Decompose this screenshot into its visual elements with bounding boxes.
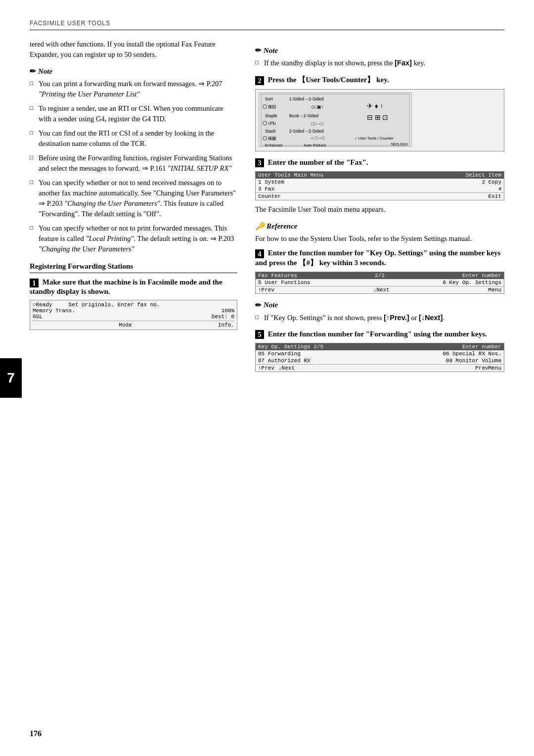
page-header: FACSIMILE USER TOOLS bbox=[30, 20, 504, 30]
step-1-number: 1 bbox=[30, 279, 39, 287]
op-row2-col2: 08 Monitor Volume bbox=[446, 358, 501, 364]
note-section-left: Note You can print a forwarding mark on … bbox=[30, 67, 237, 254]
standby-btn-mode[interactable]: Mode bbox=[119, 322, 132, 328]
menu-screen: User Tools Main Menu Select Item 1 Syste… bbox=[255, 171, 504, 200]
standby-gsl: GSL bbox=[33, 314, 43, 320]
fax-screen: Fax Features 2/2 Enter number 5 User Fun… bbox=[255, 272, 504, 294]
header-text: FACSIMILE USER TOOLS bbox=[30, 20, 110, 27]
standby-percent: 100% bbox=[222, 308, 234, 314]
menu-row2-col1: 3 Fax bbox=[258, 186, 274, 192]
standby-ready: ○Ready Set originals. Enter fax no. bbox=[33, 302, 160, 308]
op-header-right: Enter number bbox=[462, 344, 501, 350]
svg-text:Staple: Staple bbox=[265, 113, 277, 118]
step-2-number: 2 bbox=[255, 76, 264, 85]
fax-footer-mid[interactable]: ↓Next bbox=[373, 287, 390, 293]
svg-text:○ User Tools / Counter: ○ User Tools / Counter bbox=[355, 136, 394, 141]
fax-row1-col2: 6 Key Op. Settings bbox=[443, 280, 501, 285]
fax-header-right: Enter number bbox=[462, 273, 501, 279]
op-row1-col1: 05 Forwarding bbox=[258, 351, 301, 357]
copy-machine-panel: Sort 1-Sided→2-Sided ⊞⊟ ◇□▣↑ ✈ ♦ ↑ Stapl… bbox=[255, 89, 504, 151]
svg-text:Stack: Stack bbox=[265, 129, 276, 134]
op-header-left: Key Op. Settings 2/5 bbox=[258, 344, 323, 350]
menu-desc: The Facsimile User Tool main menu appear… bbox=[255, 204, 504, 215]
intro-text: tered with other functions. If you insta… bbox=[30, 39, 237, 60]
fax-header-mid: 2/2 bbox=[375, 273, 385, 279]
page-content: tered with other functions. If you insta… bbox=[30, 39, 504, 379]
op-row-1: 05 Forwarding 06 Special RX Nos. bbox=[256, 350, 504, 357]
svg-text:Enhanced: Enhanced bbox=[265, 143, 282, 147]
op-footer-prev[interactable]: ↑Prev bbox=[258, 365, 274, 371]
svg-text:✈ ♦ ↑: ✈ ♦ ↑ bbox=[367, 102, 384, 110]
op-settings-screen: Key Op. Settings 2/5 Enter number 05 For… bbox=[255, 343, 504, 372]
list-item: You can specify whether or not to send r… bbox=[30, 178, 237, 219]
fax-footer-right[interactable]: Menu bbox=[489, 287, 501, 293]
step-1-label: Make sure that the machine is in Facsimi… bbox=[30, 278, 222, 295]
step-3: 3 Enter the number of the "Fax". User To… bbox=[255, 158, 504, 215]
list-item: If the standby display is not shown, pre… bbox=[255, 58, 504, 68]
fax-row-1: 5 User Functions 6 Key Op. Settings bbox=[256, 279, 504, 286]
svg-text:⊟ ⊞ ⊡: ⊟ ⊞ ⊡ bbox=[367, 114, 389, 121]
step-1: 1 Make sure that the machine is in Facsi… bbox=[30, 278, 237, 330]
op-row1-col2: 06 Special RX Nos. bbox=[443, 351, 501, 357]
op-row-2: 07 Authorized RX 08 Monitor Volume bbox=[256, 357, 504, 364]
standby-btn-info[interactable]: Info. bbox=[218, 322, 234, 328]
svg-text:□□→□: □□→□ bbox=[311, 121, 323, 126]
fax-header-left: Fax Features bbox=[258, 273, 297, 279]
svg-text:Sort: Sort bbox=[265, 96, 273, 101]
svg-text:⊞⊟: ⊞⊟ bbox=[268, 104, 276, 109]
fax-footer-prev[interactable]: ↑Prev bbox=[258, 287, 274, 293]
fax-screen-header: Fax Features 2/2 Enter number bbox=[256, 272, 504, 279]
step-4: 4 Enter the function number for "Key Op.… bbox=[255, 249, 504, 294]
step-4-label: Enter the function number for "Key Op. S… bbox=[255, 249, 500, 267]
standby-row-1: ○Ready Set originals. Enter fax no. bbox=[33, 302, 234, 308]
list-item: You can print a forwarding mark on forwa… bbox=[30, 79, 237, 99]
note-title-left: Note bbox=[30, 67, 237, 76]
reference-section: 🔑 Reference For how to use the System Us… bbox=[255, 222, 504, 244]
step-2-heading: 2 Press the 【User Tools/Counter】 key. bbox=[255, 75, 504, 85]
reference-text: For how to use the System User Tools, re… bbox=[255, 234, 504, 244]
svg-text:2-Sided→2-Sided: 2-Sided→2-Sided bbox=[289, 129, 324, 134]
standby-row-3: GSL Dest: 0 bbox=[33, 314, 234, 320]
step-3-number: 3 bbox=[255, 158, 264, 167]
tab-number: 7 bbox=[0, 358, 22, 398]
section-heading: Registering Forwarding Stations bbox=[30, 262, 237, 273]
list-item: You can find out the RTI or CSI of a sen… bbox=[30, 128, 237, 149]
page-number: 176 bbox=[30, 729, 42, 738]
pencil-icon-right-2 bbox=[255, 301, 262, 310]
menu-row-2: 3 Fax 4 bbox=[256, 186, 504, 192]
list-item: To register a sender, use an RTI or CSI.… bbox=[30, 103, 237, 124]
op-settings-header: Key Op. Settings 2/5 Enter number bbox=[256, 343, 504, 350]
key-icon: 🔑 bbox=[255, 222, 265, 231]
standby-screen: ○Ready Set originals. Enter fax no. Memo… bbox=[30, 300, 237, 330]
note-section-right-top: Note If the standby display is not shown… bbox=[255, 46, 504, 68]
svg-text:◇□▣↑: ◇□▣↑ bbox=[311, 104, 324, 109]
menu-row1-col1: 1 System bbox=[258, 179, 284, 185]
svg-text:○ □→□: ○ □→□ bbox=[311, 136, 325, 141]
note-list-right-2: If "Key Op. Settings" is not shown, pres… bbox=[255, 313, 504, 323]
op-footer: ↑Prev ↓Next PrevMenu bbox=[256, 364, 504, 372]
step-2: 2 Press the 【User Tools/Counter】 key. So… bbox=[255, 75, 504, 151]
menu-row1-col2: 2 Copy bbox=[482, 179, 501, 185]
svg-text:⊞⊠: ⊞⊠ bbox=[268, 136, 276, 141]
step-3-label: Enter the number of the "Fax". bbox=[268, 158, 368, 166]
svg-text:Book→2-Sided: Book→2-Sided bbox=[289, 113, 318, 118]
note-section-right-2: Note If "Key Op. Settings" is not shown,… bbox=[255, 301, 504, 323]
op-footer-mid[interactable]: ↓Next bbox=[278, 365, 295, 371]
menu-row2-col2: 4 bbox=[498, 186, 501, 192]
op-footer-right[interactable]: PrevMenu bbox=[475, 365, 501, 371]
fax-row1-col1: 5 User Functions bbox=[258, 280, 311, 285]
step-5-label: Enter the function number for "Forwardin… bbox=[268, 330, 487, 338]
list-item: Before using the Forwarding function, re… bbox=[30, 153, 237, 174]
fax-footer: ↑Prev ↓Next Menu bbox=[256, 286, 504, 293]
standby-btn-bar: Mode Info. bbox=[33, 321, 234, 328]
note-title-right-top: Note bbox=[255, 46, 504, 55]
menu-row-1: 1 System 2 Copy bbox=[256, 179, 504, 186]
note-list-right-top: If the standby display is not shown, pre… bbox=[255, 58, 504, 68]
standby-dest: Dest: 0 bbox=[212, 314, 234, 320]
page: 7 FACSIMILE USER TOOLS tered with other … bbox=[0, 0, 534, 756]
step-4-number: 4 bbox=[255, 249, 264, 258]
menu-screen-header: User Tools Main Menu Select Item bbox=[256, 172, 504, 179]
op-row2-col1: 07 Authorized RX bbox=[258, 358, 311, 364]
menu-footer-left: Counter bbox=[258, 193, 281, 199]
menu-footer-right: Exit bbox=[489, 193, 501, 199]
